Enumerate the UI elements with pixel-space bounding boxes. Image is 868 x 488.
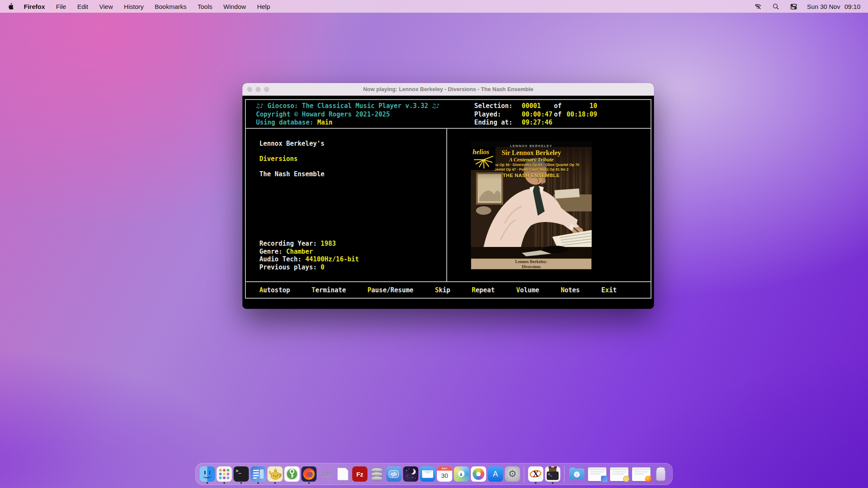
genre-line: Genre: Chamber: [259, 248, 446, 256]
album-cover: LENNOX BERKELEY: [471, 141, 592, 269]
played-total: 00:18:09: [566, 111, 597, 119]
spotlight-search-icon[interactable]: [771, 2, 780, 11]
selection-row: Selection: 00001 of 10: [474, 102, 597, 111]
menu-window[interactable]: Window: [223, 3, 246, 10]
genre-value: Chamber: [286, 248, 313, 255]
menu-help[interactable]: Help: [257, 3, 270, 10]
dock-keepassxc[interactable]: [284, 465, 300, 483]
dock-qbittorrent[interactable]: qb: [386, 465, 401, 483]
database-line: Using database: Main: [256, 119, 474, 127]
window-title: Now playing: Lennox Berkeley - Diversion…: [242, 86, 654, 92]
menu-bar-clock[interactable]: Sun 30 Nov 09:10: [807, 3, 860, 10]
notes-button[interactable]: Notes: [561, 286, 580, 294]
dock-documents-app[interactable]: [250, 465, 266, 483]
apple-menu-icon[interactable]: [8, 3, 14, 10]
album-art-panel: LENNOX BERKELEY: [447, 129, 651, 281]
dock-launchpad[interactable]: [217, 465, 232, 483]
copyright-line: Copyright © Howard Rogers 2021-2025: [256, 111, 474, 119]
dock-libreoffice[interactable]: [335, 465, 351, 483]
dock-database-app[interactable]: [369, 465, 384, 483]
macos-dock: >_: [195, 463, 673, 485]
cover-photo: Sir Lennox Berkeley A Centenary Tribute …: [471, 147, 592, 258]
pause-resume-button[interactable]: Pause/Resume: [367, 286, 413, 294]
menu-bookmarks[interactable]: Bookmarks: [155, 3, 186, 10]
ending-time: 09:27:46: [522, 119, 554, 127]
giocoso-player-window: Now playing: Lennox Berkeley - Diversion…: [242, 83, 654, 309]
dock-minimized-window-firefox[interactable]: [631, 465, 651, 483]
track-info-panel: Lennox Berkeley's Diversions The Nash En…: [246, 129, 447, 281]
dock-xquartz[interactable]: X: [528, 465, 543, 483]
menu-view[interactable]: View: [99, 3, 113, 10]
cover-ensemble: THE NASH ENSEMBLE: [471, 173, 592, 178]
minimize-window-button[interactable]: [256, 87, 261, 92]
window-title-bar[interactable]: Now playing: Lennox Berkeley - Diversion…: [242, 83, 654, 96]
dock-app-store[interactable]: A: [488, 465, 503, 483]
dock-finder[interactable]: [200, 465, 215, 483]
menu-history[interactable]: History: [124, 3, 144, 10]
menu-file[interactable]: File: [56, 3, 66, 10]
terminal-frame: ♫♪ Giocoso: The Classical Music Player v…: [245, 99, 651, 299]
caption-work: Diversions: [471, 264, 591, 269]
dock-filezilla[interactable]: Fz: [352, 465, 367, 483]
helios-label-logo: helios: [471, 147, 495, 170]
dock-giocoso-terminal[interactable]: >_: [545, 465, 560, 483]
dock-minimized-window-document[interactable]: [587, 465, 607, 483]
selection-current: 00001: [522, 102, 554, 111]
selection-total: 10: [566, 102, 597, 111]
audio-tech-value: 44100Hz/16-bit: [305, 255, 359, 263]
dock-trash[interactable]: [653, 465, 668, 483]
player-command-menu: Autostop Terminate Pause/Resume Skip Rep…: [246, 281, 651, 298]
volume-button[interactable]: Volume: [516, 286, 539, 294]
dock-terminal[interactable]: >_: [234, 465, 249, 483]
wifi-off-icon[interactable]: [754, 2, 762, 11]
skip-button[interactable]: Skip: [435, 286, 450, 294]
exit-button[interactable]: Exit: [601, 286, 617, 294]
app-banner: ♫♪ Giocoso: The Classical Music Player v…: [256, 102, 474, 111]
played-row: Played: 00:00:47 of 00:18:09: [474, 111, 597, 119]
player-header: ♫♪ Giocoso: The Classical Music Player v…: [246, 100, 651, 129]
played-elapsed: 00:00:47: [522, 111, 554, 119]
dock-system-preferences[interactable]: ⚙: [505, 465, 520, 483]
control-center-icon[interactable]: [789, 2, 798, 11]
dock-vmware[interactable]: VM: [318, 465, 334, 483]
cover-caption: Lennox Berkeley: Diversions: [471, 258, 592, 269]
dock-maps[interactable]: [454, 465, 469, 483]
close-window-button[interactable]: [247, 87, 252, 92]
dock-minimized-window-teapot[interactable]: [609, 465, 629, 483]
caption-artist: Lennox Berkeley:: [471, 259, 591, 264]
zoom-window-button[interactable]: [264, 87, 269, 92]
dock-calendar[interactable]: NOV30: [437, 465, 452, 483]
menu-edit[interactable]: Edit: [77, 3, 88, 10]
dock-firefox[interactable]: [301, 465, 317, 483]
audio-tech-line: Audio Tech: 44100Hz/16-bit: [259, 255, 446, 263]
repeat-button[interactable]: Repeat: [472, 286, 495, 294]
ending-row: Ending at: 09:27:46: [474, 119, 597, 127]
terminal-area: ♫♪ Giocoso: The Classical Music Player v…: [242, 96, 654, 309]
database-name: Main: [317, 119, 333, 126]
work-title: Diversions: [259, 155, 446, 163]
dock-divider: [524, 466, 524, 482]
dock-divider: [564, 466, 565, 482]
terminate-button[interactable]: Terminate: [312, 286, 346, 294]
time-text: 09:10: [844, 3, 860, 10]
dock-stellarium[interactable]: [403, 465, 418, 483]
performer-line: The Nash Ensemble: [259, 170, 446, 178]
previous-plays-line: Previous plays: 0: [259, 263, 446, 272]
composer-line: Lennox Berkeley's: [259, 140, 446, 148]
autostop-button[interactable]: Autostop: [259, 286, 290, 294]
dock-photos[interactable]: [471, 465, 486, 483]
date-text: Sun 30 Nov: [807, 3, 840, 10]
recording-year-line: Recording Year: 1983: [259, 240, 446, 248]
menu-tools[interactable]: Tools: [198, 3, 212, 10]
dock-downloads-folder[interactable]: ↓: [568, 465, 585, 483]
active-app-name[interactable]: Firefox: [24, 3, 45, 10]
dock-teapot-app[interactable]: [267, 465, 283, 483]
previous-plays-value: 0: [321, 263, 325, 271]
dock-mail[interactable]: [420, 465, 435, 483]
recording-year-value: 1983: [321, 240, 336, 247]
macos-menu-bar: Firefox File Edit View History Bookmarks…: [0, 0, 868, 13]
